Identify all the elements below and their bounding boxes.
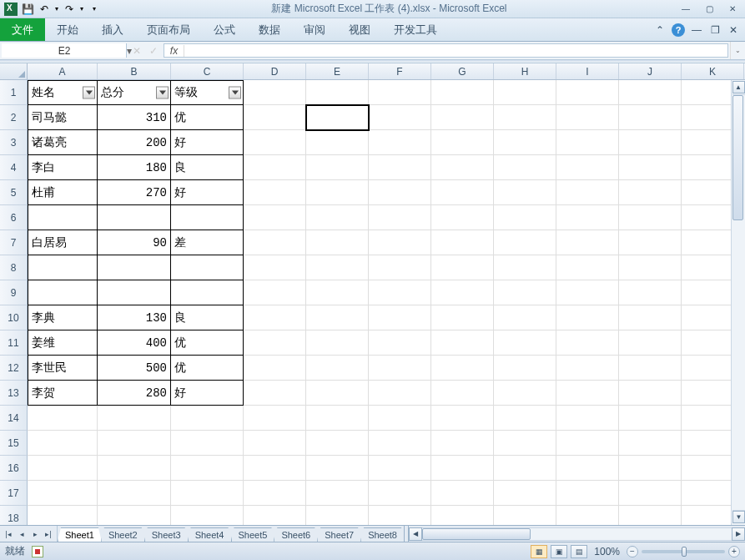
table-cell[interactable]: 白居易 (28, 230, 98, 255)
cell[interactable] (556, 80, 619, 105)
cell[interactable] (244, 406, 306, 431)
row-header[interactable]: 1 (0, 80, 28, 105)
row-header[interactable]: 5 (0, 180, 28, 205)
cell[interactable] (244, 180, 306, 205)
cell[interactable] (171, 481, 244, 506)
ribbon-tab-3[interactable]: 公式 (202, 18, 247, 41)
cell[interactable] (244, 255, 306, 280)
scroll-down-button[interactable]: ▼ (732, 511, 745, 523)
cell[interactable] (171, 406, 244, 431)
row-header[interactable]: 2 (0, 105, 28, 130)
table-cell[interactable] (28, 205, 98, 230)
table-cell[interactable]: 200 (98, 130, 171, 155)
scroll-up-button[interactable]: ▲ (732, 81, 745, 93)
sheet-next-button[interactable]: ▸ (28, 527, 42, 541)
cell[interactable] (556, 155, 619, 180)
cell[interactable] (619, 330, 682, 356)
vertical-scrollbar[interactable]: ▲ ▼ (731, 80, 745, 525)
cells-area[interactable]: 姓名总分等级司马懿310优诸葛亮200好李白180良杜甫270好白居易90差李典… (28, 80, 745, 525)
v-scroll-thumb[interactable] (732, 95, 743, 220)
cell[interactable] (556, 105, 619, 130)
sheet-tab[interactable]: Sheet6 (274, 527, 318, 542)
enter-formula-button[interactable]: ✓ (145, 42, 162, 59)
cell[interactable] (369, 506, 431, 525)
sheet-tab[interactable]: Sheet8 (360, 527, 404, 542)
sheet-last-button[interactable]: ▸| (42, 527, 55, 541)
table-cell[interactable]: 良 (171, 305, 244, 330)
cell[interactable] (244, 105, 306, 130)
select-all-cell[interactable] (0, 63, 28, 79)
cell[interactable] (98, 406, 171, 431)
cell[interactable] (244, 205, 306, 230)
help-icon[interactable]: ? (672, 23, 685, 37)
zoom-level[interactable]: 100% (591, 546, 623, 557)
cell[interactable] (494, 356, 556, 381)
cell[interactable] (244, 506, 306, 525)
cancel-formula-button[interactable]: ✕ (128, 42, 145, 59)
row-header[interactable]: 8 (0, 255, 28, 280)
name-box[interactable]: ▾ (2, 43, 127, 58)
ribbon-tab-0[interactable]: 开始 (45, 18, 90, 41)
table-cell[interactable]: 李白 (28, 155, 98, 180)
cell[interactable] (306, 130, 369, 155)
cell[interactable] (619, 230, 682, 255)
cell[interactable] (619, 280, 682, 305)
cell[interactable] (431, 255, 494, 280)
cell[interactable] (619, 481, 682, 506)
cell[interactable] (306, 180, 369, 205)
cell[interactable] (494, 330, 556, 356)
column-header[interactable]: E (306, 63, 369, 79)
name-box-input[interactable] (2, 45, 127, 57)
expand-formula-bar-icon[interactable]: ⌄ (730, 42, 745, 59)
cell[interactable] (431, 80, 494, 105)
cell[interactable] (431, 356, 494, 381)
h-scroll-thumb[interactable] (422, 528, 531, 540)
cell[interactable] (556, 180, 619, 205)
cell[interactable] (556, 130, 619, 155)
cell[interactable] (556, 255, 619, 280)
table-cell[interactable]: 诸葛亮 (28, 130, 98, 155)
cell[interactable] (244, 155, 306, 180)
cell[interactable] (556, 431, 619, 456)
cell[interactable] (556, 305, 619, 330)
qat-customize-icon[interactable]: ▾ (87, 2, 102, 17)
cell[interactable] (306, 205, 369, 230)
sheet-tab[interactable]: Sheet4 (188, 527, 232, 542)
cell[interactable] (306, 356, 369, 381)
workbook-minimize-button[interactable]: ― (690, 23, 703, 37)
scroll-right-button[interactable]: ▶ (732, 527, 745, 541)
cell[interactable] (494, 180, 556, 205)
cell[interactable] (28, 506, 98, 525)
sheet-tab[interactable]: Sheet5 (231, 527, 275, 542)
table-cell[interactable] (98, 280, 171, 305)
cell[interactable] (369, 456, 431, 481)
cell[interactable] (619, 130, 682, 155)
cell[interactable] (619, 506, 682, 525)
cell[interactable] (369, 305, 431, 330)
formula-input[interactable] (184, 45, 727, 57)
cell[interactable] (494, 506, 556, 525)
table-cell[interactable]: 90 (98, 230, 171, 255)
table-header[interactable]: 姓名 (28, 80, 98, 105)
cell[interactable] (369, 406, 431, 431)
row-header[interactable]: 7 (0, 230, 28, 255)
undo-dropdown-icon[interactable]: ▾ (53, 2, 60, 17)
v-scroll-track[interactable] (732, 94, 745, 511)
row-header[interactable]: 15 (0, 431, 28, 456)
normal-view-button[interactable]: ▦ (531, 545, 547, 558)
cell[interactable] (619, 356, 682, 381)
table-cell[interactable]: 李世民 (28, 356, 98, 381)
cell[interactable] (431, 105, 494, 130)
workbook-close-button[interactable]: ✕ (727, 23, 740, 37)
row-header[interactable]: 4 (0, 155, 28, 180)
cell[interactable] (244, 481, 306, 506)
cell[interactable] (431, 130, 494, 155)
cell[interactable] (306, 255, 369, 280)
table-cell[interactable]: 好 (171, 130, 244, 155)
column-header[interactable]: H (494, 63, 556, 79)
h-scroll-track[interactable] (422, 527, 732, 541)
cell[interactable] (306, 481, 369, 506)
macro-recording-icon[interactable] (32, 546, 43, 557)
table-cell[interactable]: 好 (171, 381, 244, 406)
cell[interactable] (98, 431, 171, 456)
